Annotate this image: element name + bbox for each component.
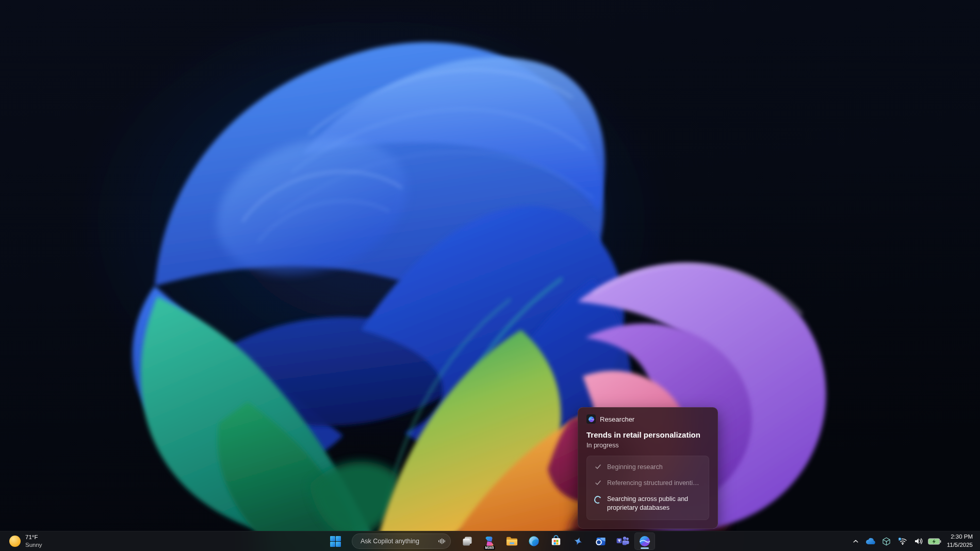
microsoft-store-button[interactable] <box>546 532 566 550</box>
weather-temperature: 71°F <box>25 533 42 541</box>
task-view-icon <box>462 536 473 547</box>
weather-condition: Sunny <box>25 541 42 549</box>
step-row-active: Searching across public and proprietary … <box>594 495 701 512</box>
m365-copilot-icon <box>483 536 496 547</box>
active-app-indicator <box>641 547 649 549</box>
microsoft-store-icon <box>550 535 562 547</box>
voice-input-icon[interactable] <box>438 538 445 545</box>
step-row-done: Referencing structured invention d… <box>594 479 701 488</box>
start-button[interactable] <box>325 532 346 550</box>
clock[interactable]: 2:30 PM 11/5/2025 <box>947 533 973 549</box>
researcher-button[interactable] <box>634 532 655 550</box>
tray-time: 2:30 PM <box>951 533 973 541</box>
researcher-logo-glyph <box>588 416 595 423</box>
copilot-search-box[interactable]: Ask Copilot anything <box>352 533 451 549</box>
toast-title: Trends in retail personalization <box>586 430 709 439</box>
weather-widget[interactable]: 71°F Sunny <box>5 531 46 551</box>
toast-status: In progress <box>586 442 709 449</box>
taskbar-center: Ask Copilot anything <box>325 531 655 551</box>
sparkle-star-icon <box>572 535 584 547</box>
sun-icon <box>9 536 21 547</box>
task-view-button[interactable] <box>457 532 478 550</box>
step-label: Searching across public and proprietary … <box>607 495 701 512</box>
3d-box-icon[interactable] <box>880 532 893 550</box>
check-icon <box>594 479 601 486</box>
researcher-app-icon <box>586 414 596 424</box>
researcher-progress-toast[interactable]: Researcher Trends in retail personalizat… <box>578 407 718 529</box>
file-explorer-button[interactable] <box>501 532 522 550</box>
edge-button[interactable] <box>524 532 544 550</box>
windows-logo-icon <box>330 536 341 547</box>
edge-icon <box>528 535 540 547</box>
system-tray: 2:30 PM 11/5/2025 <box>850 531 980 551</box>
check-icon <box>594 463 601 470</box>
onedrive-icon[interactable] <box>864 532 877 550</box>
outlook-icon <box>594 536 607 547</box>
weather-text: 71°F Sunny <box>25 533 42 549</box>
researcher-icon <box>639 535 651 547</box>
wifi-icon[interactable] <box>896 532 909 550</box>
sparkle-app-button[interactable] <box>568 532 589 550</box>
toast-steps-card: Beginning research Referencing structure… <box>586 456 709 520</box>
file-explorer-icon <box>505 536 518 547</box>
step-label: Referencing structured invention d… <box>607 479 701 488</box>
teams-button[interactable] <box>612 532 633 550</box>
step-label: Beginning research <box>607 463 663 472</box>
desktop-wallpaper <box>0 0 980 551</box>
volume-icon[interactable] <box>912 532 925 550</box>
m365-badge: M365 <box>484 546 495 550</box>
search-placeholder: Ask Copilot anything <box>361 538 419 545</box>
spinner-icon <box>594 495 601 504</box>
tray-date: 11/5/2025 <box>947 541 973 549</box>
tray-chevron-up-icon[interactable] <box>850 532 861 550</box>
m365-copilot-button[interactable]: M365 <box>479 532 500 550</box>
taskbar: 71°F Sunny Ask Copilot anything <box>0 531 980 551</box>
toast-app-name: Researcher <box>600 415 634 423</box>
toast-header: Researcher <box>586 414 709 424</box>
battery-charging-icon[interactable] <box>928 532 941 550</box>
step-row-done: Beginning research <box>594 463 701 472</box>
outlook-button[interactable] <box>590 532 611 550</box>
desktop: Researcher Trends in retail personalizat… <box>0 0 980 551</box>
teams-icon <box>616 535 629 547</box>
